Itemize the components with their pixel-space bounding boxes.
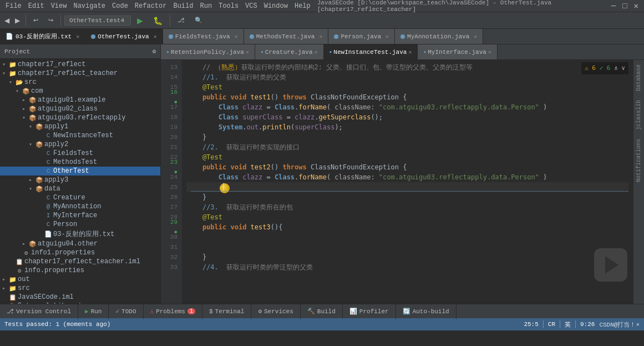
tree-out[interactable]: ▸ 📁 out bbox=[0, 275, 160, 284]
tab-othertest[interactable]: OtherTest.java ✕ bbox=[85, 29, 163, 44]
tab-othertest-close[interactable]: ✕ bbox=[154, 33, 157, 40]
bottom-tab-version-control[interactable]: ⎇ Version Control bbox=[0, 304, 78, 319]
tree-chapter17-teacher[interactable]: ▾ 📁 chapter17_reflect_teacher bbox=[0, 69, 160, 78]
tree-apply3[interactable]: ▸ 📦 apply3 bbox=[0, 175, 160, 184]
tree-chapter17-reflect[interactable]: ▾ 📁 chapter17_reflect bbox=[0, 60, 160, 69]
tree-person[interactable]: C Person bbox=[0, 220, 160, 229]
tab-fieldstest[interactable]: FieldsTest.java ✕ bbox=[163, 29, 244, 44]
tree-myinterface[interactable]: I MyInterface bbox=[0, 211, 160, 220]
tree-external-libs[interactable]: ▸ 📚 External Libraries bbox=[0, 302, 160, 304]
tree-arrow-src: ▾ bbox=[9, 79, 16, 86]
ft-close-rp[interactable]: ✕ bbox=[246, 49, 249, 56]
ft-close-cr[interactable]: ✕ bbox=[315, 49, 318, 56]
bottom-tab-run[interactable]: ▶ Run bbox=[78, 304, 109, 319]
bottom-tab-auto-build[interactable]: 🔄 Auto-build bbox=[396, 304, 457, 319]
tree-myannotation[interactable]: @ MyAnnotation bbox=[0, 202, 160, 211]
encoding-indicator[interactable]: CR bbox=[548, 321, 555, 328]
debug-button[interactable]: 🐛 bbox=[149, 14, 166, 27]
git-button[interactable]: ⎇ bbox=[174, 15, 189, 26]
notifications-icon[interactable]: Notifications bbox=[635, 137, 643, 184]
tree-info[interactable]: ⚙ info.properties bbox=[0, 266, 160, 275]
back-button[interactable]: ◀ bbox=[2, 16, 12, 26]
file-tab-myinterface[interactable]: ● MyInterface.java ✕ bbox=[418, 44, 497, 60]
code-editor[interactable]: ⚠ 6 ✓ 6 ∧ ∨ // （熟悉）获取运行时类的内部结构2: 父类、接口们、… bbox=[182, 60, 633, 304]
bottom-tab-terminal[interactable]: $ Terminal bbox=[202, 304, 251, 319]
tree-atguigu04[interactable]: ▸ 📦 atguigu04.other bbox=[0, 239, 160, 248]
project-settings-icon[interactable]: ⚙ bbox=[152, 48, 156, 55]
bottom-tab-problems[interactable]: ⚠ Problems 1 bbox=[144, 304, 202, 319]
menu-navigate[interactable]: Navigate bbox=[70, 2, 109, 10]
iml-icon-jsc: 📋 bbox=[9, 294, 17, 301]
git-branch-indicator[interactable]: 9:26 bbox=[580, 321, 595, 328]
tree-atguigu03[interactable]: ▾ 📦 atguigu03.reflectapply bbox=[0, 113, 160, 122]
menu-help[interactable]: Help bbox=[291, 2, 314, 10]
run-icon: ▶ bbox=[85, 308, 89, 315]
src-icon: 📂 bbox=[16, 79, 23, 86]
toolbar-undo[interactable]: ↩ bbox=[29, 15, 42, 26]
menu-run[interactable]: Run bbox=[196, 2, 215, 10]
tree-03txt[interactable]: 📄 03-反射的应用.txt bbox=[0, 229, 160, 239]
bottom-tab-todo[interactable]: ✓ TODO bbox=[109, 304, 143, 319]
tree-src2[interactable]: ▸ 📁 src bbox=[0, 284, 160, 293]
tree-info1[interactable]: ⚙ info1.properties bbox=[0, 248, 160, 257]
tab-03txt-close[interactable]: ✕ bbox=[76, 33, 79, 40]
tab-person[interactable]: Person.java ✕ bbox=[328, 29, 395, 44]
tab-person-close[interactable]: ✕ bbox=[386, 33, 389, 40]
ft-close-ni[interactable]: ✕ bbox=[408, 49, 412, 56]
menu-window[interactable]: Window bbox=[261, 2, 291, 10]
tree-atguigu01[interactable]: ▸ 📦 atguigu01.example bbox=[0, 96, 160, 104]
bottom-tab-services[interactable]: ⚙ Services bbox=[251, 304, 300, 319]
tree-methodstest[interactable]: C MethodsTest bbox=[0, 158, 160, 167]
tab-myannotation-close[interactable]: ✕ bbox=[474, 33, 477, 40]
package-icon-02: 📦 bbox=[29, 106, 37, 113]
menu-file[interactable]: File bbox=[2, 2, 25, 10]
minimize-button[interactable]: ─ bbox=[608, 2, 619, 11]
tree-fieldstest[interactable]: C FieldsTest bbox=[0, 149, 160, 158]
tree-newinstancetest[interactable]: C NewInstanceTest bbox=[0, 131, 160, 140]
forward-button[interactable]: ▶ bbox=[13, 16, 22, 26]
tree-apply1[interactable]: ▾ 📦 apply1 bbox=[0, 122, 160, 131]
ln-26: 26 bbox=[163, 192, 180, 202]
tree-data[interactable]: ▾ 📦 data bbox=[0, 184, 160, 193]
tree-creature[interactable]: C Creature bbox=[0, 193, 160, 202]
tree-apply2[interactable]: ▾ 📦 apply2 bbox=[0, 140, 160, 149]
file-tab-newinstancetest[interactable]: ● NewInstanceTest.java ✕ bbox=[324, 44, 418, 60]
tree-atguigu02[interactable]: ▸ 📦 atguigu02_class bbox=[0, 104, 160, 113]
menu-refactor[interactable]: Refactor bbox=[131, 2, 170, 10]
tab-03txt[interactable]: 📄 03-反射的应用.txt ✕ bbox=[0, 29, 85, 44]
bottom-tab-build[interactable]: 🔨 Build bbox=[301, 304, 343, 319]
tree-src[interactable]: ▾ 📂 src bbox=[0, 78, 160, 87]
tab-methodstest[interactable]: MethodsTest.java ✕ bbox=[244, 29, 329, 44]
tree-iml[interactable]: 📋 chapter17_reflect_teacher.iml bbox=[0, 257, 160, 266]
file-tab-retentionpolicy[interactable]: ● RetentionPolicy.java ✕ bbox=[161, 44, 255, 60]
ft-close-mi[interactable]: ✕ bbox=[488, 49, 491, 56]
menu-tools[interactable]: Tools bbox=[215, 2, 242, 10]
menu-code[interactable]: Code bbox=[109, 2, 131, 10]
charset-indicator[interactable]: 英 bbox=[565, 320, 571, 329]
maximize-button[interactable]: □ bbox=[619, 2, 630, 11]
tree-arrow-src2: ▸ bbox=[2, 285, 9, 292]
search-everywhere[interactable]: 🔍 bbox=[191, 15, 206, 26]
menu-edit[interactable]: Edit bbox=[25, 2, 48, 10]
editor-area[interactable]: 13 14 15 16 ● 17 18 19 20 21 22 23 ● 24 … bbox=[161, 60, 644, 304]
tree-javasecode-iml[interactable]: 📋 JavaSECode.iml bbox=[0, 293, 160, 302]
run-config-selector[interactable]: OtherTest.test4 bbox=[64, 16, 131, 26]
tree-com[interactable]: ▾ 📦 com bbox=[0, 87, 160, 96]
database-icon[interactable]: Database bbox=[635, 62, 643, 93]
bottom-tab-profiler[interactable]: 📊 Profiler bbox=[343, 304, 396, 319]
menu-vcs[interactable]: VCS bbox=[242, 2, 261, 10]
menu-view[interactable]: View bbox=[48, 2, 70, 10]
tree-label-mi: MyInterface bbox=[53, 212, 97, 219]
tab-methodstest-close[interactable]: ✕ bbox=[319, 33, 322, 40]
close-button[interactable]: ✕ bbox=[631, 1, 642, 11]
tab-fieldstest-close[interactable]: ✕ bbox=[235, 33, 238, 40]
code-line-25[interactable] bbox=[186, 182, 628, 192]
toolbar-redo[interactable]: ↪ bbox=[44, 15, 57, 26]
tab-myannotation[interactable]: MyAnnotation.java ✕ bbox=[395, 29, 483, 44]
jclasslib-icon[interactable]: jclasslib bbox=[635, 98, 643, 132]
run-button[interactable]: ▶ bbox=[133, 14, 147, 27]
tree-othertest[interactable]: C OtherTest bbox=[0, 167, 160, 175]
menu-build[interactable]: Build bbox=[170, 2, 196, 10]
line-col-indicator[interactable]: 25:5 bbox=[524, 321, 538, 328]
file-tab-creature[interactable]: ● Creature.java ✕ bbox=[255, 44, 324, 60]
